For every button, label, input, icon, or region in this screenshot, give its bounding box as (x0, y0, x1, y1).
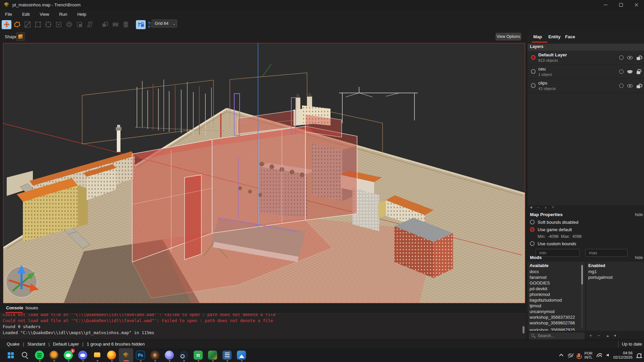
menu-file[interactable]: File (0, 10, 17, 18)
move-mod-up-button[interactable]: ▲ (606, 334, 613, 338)
console-scrollbar-thumb[interactable] (523, 326, 525, 333)
layer-row-ceu[interactable]: ceu 1 object (528, 65, 644, 79)
mod-item[interactable]: portugalmod (588, 275, 612, 280)
mod-item[interactable]: uncannymod (530, 309, 554, 314)
tab-map[interactable]: Map (533, 34, 542, 39)
clip-tool-button[interactable] (22, 20, 32, 29)
unlock-icon[interactable] (637, 85, 640, 88)
flip-horizontal-tool-button[interactable] (110, 20, 120, 29)
lock-icon[interactable] (637, 71, 640, 74)
face-tool-button[interactable] (54, 20, 63, 29)
taskbar-photoshop[interactable]: Ps (133, 348, 148, 362)
restore-button[interactable] (613, 0, 629, 9)
taskbar-trenchbroom[interactable] (119, 348, 133, 362)
layer-row-default[interactable]: Default Layer 813 objects (528, 51, 644, 65)
edge-tool-button[interactable] (43, 20, 53, 29)
language-indicator[interactable]: POR INTL (585, 351, 593, 359)
close-button[interactable] (629, 0, 644, 9)
taskbar-firefox[interactable] (104, 348, 119, 362)
mods-search-input[interactable] (538, 333, 582, 339)
visibility-eye-icon[interactable] (627, 56, 633, 59)
tray-muted-cloud-icon[interactable] (568, 353, 573, 357)
grid-size-dropdown[interactable]: Grid 64 ⌄ (152, 19, 177, 28)
use-game-default-radio[interactable] (530, 227, 535, 232)
menu-edit[interactable]: Edit (17, 10, 35, 18)
mods-search-box[interactable] (529, 332, 585, 340)
microphone-icon[interactable] (578, 353, 580, 357)
layer-row-clips[interactable]: clips 42 objects (528, 79, 644, 93)
mod-item[interactable]: tjimod (530, 303, 541, 308)
map-properties-hide-link[interactable]: hide (635, 212, 643, 217)
mod-item[interactable]: workshop_3569602786 (530, 320, 575, 325)
taskbar-photos[interactable] (234, 348, 249, 362)
menu-help[interactable]: Help (72, 10, 91, 18)
tab-issues[interactable]: Issues (26, 305, 38, 310)
notification-bell-icon[interactable]: z (637, 353, 641, 357)
volume-icon[interactable] (606, 354, 609, 357)
taskbar-steam[interactable] (177, 348, 191, 362)
tab-entity[interactable]: Entity (548, 34, 560, 39)
texture-lock-toggle[interactable] (136, 20, 146, 29)
console-log[interactable]: Could not load wad file at '"C:\\QuakeDe… (0, 313, 526, 340)
visibility-hidden-eye-icon[interactable] (627, 70, 633, 73)
use-custom-bounds-radio[interactable] (530, 241, 535, 246)
max-bounds-field[interactable] (585, 249, 628, 257)
taskbar-discord[interactable] (76, 348, 90, 362)
vertex-tool-button[interactable] (33, 20, 43, 29)
remove-mod-button[interactable]: − (597, 333, 604, 338)
tray-expand-chevron-icon[interactable] (559, 354, 563, 358)
taskbar-texture-editor[interactable] (205, 348, 220, 362)
layer-scope-icon[interactable] (619, 55, 624, 60)
minimize-button[interactable] (598, 0, 613, 9)
mod-item[interactable]: docs (530, 269, 539, 274)
mod-item[interactable]: fanamod (530, 275, 547, 280)
unlock-icon[interactable] (637, 57, 640, 60)
csg-tool-button[interactable] (100, 20, 110, 29)
min-bounds-field[interactable] (536, 249, 580, 257)
mod-item[interactable]: mg1 (588, 269, 597, 274)
start-button[interactable] (3, 348, 18, 362)
enabled-mods-list[interactable]: Enabled mg1 portugalmod (586, 262, 644, 331)
mod-item[interactable]: phonkmod (530, 292, 550, 297)
tab-console[interactable]: Console (6, 305, 23, 310)
taskbar-purple-app[interactable] (162, 348, 177, 362)
move-tool-button[interactable] (2, 20, 11, 29)
soft-bounds-disabled-radio[interactable] (530, 220, 535, 224)
layer-scope-icon[interactable] (619, 69, 624, 74)
menu-run[interactable]: Run (54, 10, 72, 18)
menu-view[interactable]: View (35, 10, 54, 18)
taskbar-notepad[interactable] (220, 348, 234, 362)
mods-scrollbar-thumb[interactable] (581, 265, 583, 285)
visibility-eye-icon[interactable] (627, 84, 633, 88)
layer-active-radio[interactable] (531, 55, 536, 60)
mod-item[interactable]: tiagofaztudomod (530, 298, 562, 303)
3d-viewport[interactable] (3, 43, 525, 303)
remove-layer-button[interactable]: − (537, 205, 539, 210)
add-mod-button[interactable]: + (589, 333, 596, 338)
taskbar-quake[interactable] (148, 348, 162, 362)
view-options-button[interactable]: View Options (496, 33, 521, 40)
taskbar-file-explorer[interactable] (90, 348, 104, 362)
shape-cube-button[interactable] (16, 32, 25, 41)
mods-hide-link[interactable]: hide (635, 255, 643, 260)
mod-item[interactable]: GOODIES (530, 280, 550, 286)
brush-tool-button[interactable] (12, 20, 22, 29)
mod-item[interactable]: workshop_3568373022 (530, 315, 575, 320)
add-layer-button[interactable]: + (530, 205, 533, 210)
taskbar-orange-app[interactable] (47, 348, 61, 362)
move-layer-up-button[interactable]: ▲ (544, 205, 547, 209)
move-mod-down-button[interactable]: ▼ (613, 334, 621, 338)
shear-tool-button[interactable] (85, 20, 95, 29)
layer-active-radio[interactable] (531, 83, 536, 88)
rotate-tool-button[interactable] (64, 20, 74, 29)
layer-active-radio[interactable] (531, 69, 536, 74)
wifi-icon[interactable] (597, 353, 602, 357)
scale-tool-button[interactable] (75, 20, 84, 29)
tab-face[interactable]: Face (565, 34, 575, 39)
flip-vertical-tool-button[interactable] (121, 20, 131, 29)
taskbar-search-button[interactable] (18, 348, 32, 362)
mod-item[interactable]: workshop_3569867925 (530, 327, 575, 331)
mods-scrollbar[interactable] (581, 264, 583, 328)
mod-item[interactable]: pd-devkit (530, 286, 547, 291)
move-layer-down-button[interactable]: ▼ (551, 205, 555, 209)
